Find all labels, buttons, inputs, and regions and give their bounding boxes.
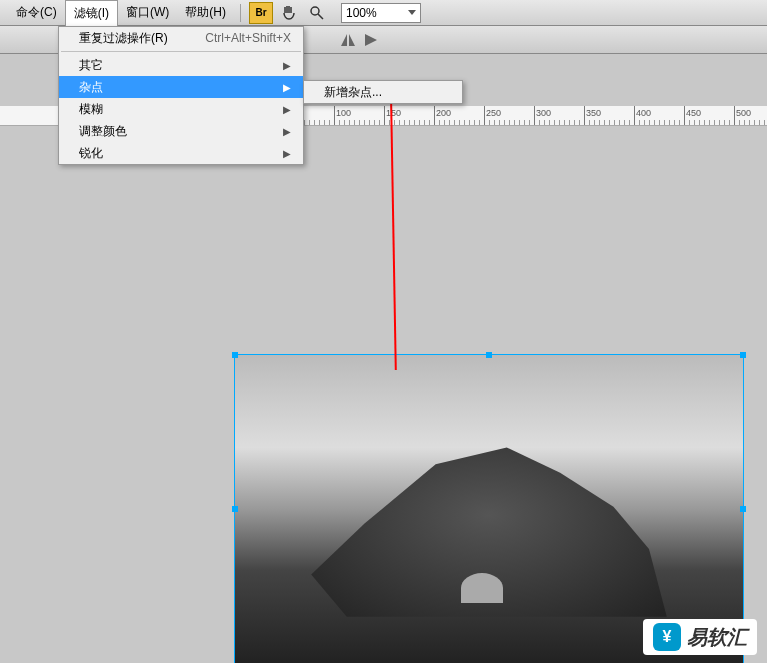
zoom-icon[interactable] (305, 2, 329, 24)
menu-help[interactable]: 帮助(H) (177, 0, 234, 25)
menu-filter[interactable]: 滤镜(I) (65, 0, 118, 26)
watermark-text: 易软汇 (687, 624, 747, 651)
chevron-right-icon: ▶ (283, 104, 291, 115)
menubar: 命令(C) 滤镜(I) 窗口(W) 帮助(H) Br 100% (0, 0, 767, 26)
dropdown-separator (61, 51, 301, 52)
pan-icon[interactable] (277, 2, 301, 24)
chevron-right-icon: ▶ (283, 148, 291, 159)
dropdown-item-sharpen[interactable]: 锐化 ▶ (59, 142, 303, 164)
submenu-add-noise[interactable]: 新增杂点... (304, 81, 462, 103)
zoom-select[interactable]: 100% (341, 3, 421, 23)
image-content-arch (461, 573, 504, 603)
handle-top-left[interactable] (232, 352, 238, 358)
handle-mid-right[interactable] (740, 506, 746, 512)
flip-vertical-icon[interactable] (364, 33, 380, 47)
handle-mid-left[interactable] (232, 506, 238, 512)
menu-window[interactable]: 窗口(W) (118, 0, 177, 25)
dropdown-item-adjust-color[interactable]: 调整颜色 ▶ (59, 120, 303, 142)
noise-submenu: 新增杂点... (303, 80, 463, 104)
menu-divider (240, 4, 241, 22)
dropdown-item-other[interactable]: 其它 ▶ (59, 54, 303, 76)
watermark: ¥ 易软汇 (643, 619, 757, 655)
image-selection[interactable] (234, 354, 744, 663)
dropdown-item-label: 调整颜色 (79, 123, 127, 140)
menu-command[interactable]: 命令(C) (8, 0, 65, 25)
dropdown-item-label: 模糊 (79, 101, 103, 118)
submenu-item-label: 新增杂点... (324, 84, 382, 101)
chevron-right-icon: ▶ (283, 82, 291, 93)
image-content-rock (311, 447, 667, 616)
svg-point-0 (311, 7, 319, 15)
dropdown-repeat-filter[interactable]: 重复过滤操作(R) Ctrl+Alt+Shift+X (59, 27, 303, 49)
dropdown-item-noise[interactable]: 杂点 ▶ (59, 76, 303, 98)
zoom-value: 100% (346, 6, 377, 20)
dropdown-item-label: 重复过滤操作(R) (79, 30, 168, 47)
placed-image (235, 355, 743, 663)
chevron-down-icon (408, 10, 416, 15)
chevron-right-icon: ▶ (283, 126, 291, 137)
dropdown-item-label: 锐化 (79, 145, 103, 162)
dropdown-item-blur[interactable]: 模糊 ▶ (59, 98, 303, 120)
dropdown-item-label: 杂点 (79, 79, 103, 96)
dropdown-item-label: 其它 (79, 57, 103, 74)
filter-dropdown: 重复过滤操作(R) Ctrl+Alt+Shift+X 其它 ▶ 杂点 ▶ 模糊 … (58, 26, 304, 165)
handle-top-mid[interactable] (486, 352, 492, 358)
chevron-right-icon: ▶ (283, 60, 291, 71)
flip-horizontal-icon[interactable] (340, 33, 356, 47)
bridge-button[interactable]: Br (249, 2, 273, 24)
dropdown-item-shortcut: Ctrl+Alt+Shift+X (205, 31, 291, 45)
handle-top-right[interactable] (740, 352, 746, 358)
watermark-icon: ¥ (653, 623, 681, 651)
